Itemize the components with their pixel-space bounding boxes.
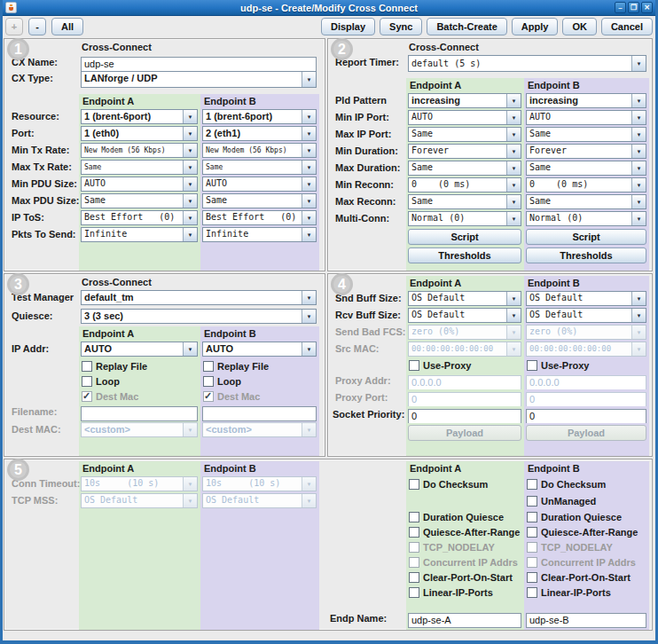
replay-file-a-checkbox[interactable]: Replay File bbox=[79, 358, 200, 373]
report-timer-select[interactable]: default (5 s)▼ bbox=[408, 55, 646, 72]
chevron-down-icon: ▼ bbox=[302, 127, 316, 140]
duration-quiesce-a-checkbox[interactable]: Duration Quiesce bbox=[406, 509, 524, 524]
batch-create-button[interactable]: Batch-Create bbox=[427, 18, 506, 35]
min-reconn-a-select[interactable]: 0 (0 ms)▼ bbox=[408, 177, 521, 192]
use-proxy-b-checkbox[interactable]: Use-Proxy bbox=[524, 357, 649, 373]
checkbox-icon bbox=[409, 557, 419, 568]
dialog-body: 1 Cross-Connect CX Name: CX Type: LANfor… bbox=[4, 38, 654, 636]
unmanaged-b-checkbox[interactable]: UnManaged bbox=[524, 492, 649, 509]
replay-file-b-checkbox[interactable]: Replay File bbox=[200, 358, 319, 373]
rcv-buff-b-select[interactable]: OS Default▼ bbox=[526, 308, 646, 323]
remove-button[interactable]: - bbox=[28, 18, 46, 35]
script-b-button[interactable]: Script bbox=[526, 229, 646, 245]
max-tx-rate-a-value: Same bbox=[82, 161, 183, 174]
pld-pattern-b-select[interactable]: increasing▼ bbox=[526, 93, 646, 108]
chevron-down-icon: ▼ bbox=[183, 211, 197, 224]
maximize-button[interactable]: ❐ bbox=[628, 2, 639, 13]
max-pdu-size-b-select[interactable]: Same▼ bbox=[202, 193, 317, 208]
add-button: + bbox=[5, 18, 23, 35]
dest-mac-a-checkbox: Dest Mac bbox=[79, 389, 200, 404]
max-tx-rate-label: Max Tx Rate: bbox=[8, 159, 79, 176]
all-button[interactable]: All bbox=[51, 18, 83, 35]
pkts-to-send-b-select[interactable]: Infinite▼ bbox=[202, 227, 317, 242]
cancel-button[interactable]: Cancel bbox=[601, 18, 653, 35]
multi-conn-b-select[interactable]: Normal (0)▼ bbox=[526, 211, 646, 226]
chevron-down-icon: ▼ bbox=[506, 292, 521, 305]
ip-tos-b-select[interactable]: Best Effort (0)▼ bbox=[202, 210, 317, 225]
min-pdu-size-b-select[interactable]: AUTO▼ bbox=[202, 177, 317, 192]
max-reconn-a-select[interactable]: Same▼ bbox=[408, 194, 521, 209]
checkbox-icon bbox=[82, 361, 92, 372]
duration-quiesce-b-checkbox[interactable]: Duration Quiesce bbox=[524, 509, 649, 524]
endp-name-a-input[interactable] bbox=[408, 613, 521, 628]
max-duration-b-select[interactable]: Same▼ bbox=[526, 161, 646, 176]
pkts-to-send-a-select[interactable]: Infinite▼ bbox=[81, 227, 198, 242]
max-tx-rate-a-select[interactable]: Same▼ bbox=[81, 160, 198, 175]
min-ip-port-b-value: AUTO bbox=[527, 111, 631, 124]
display-button[interactable]: Display bbox=[321, 18, 375, 35]
quiesce-after-range-b-checkbox[interactable]: Quiesce-After-Range bbox=[524, 524, 649, 539]
multi-conn-a-select[interactable]: Normal (0)▼ bbox=[408, 211, 521, 226]
min-duration-b-select[interactable]: Forever▼ bbox=[526, 144, 646, 159]
filename-a-input[interactable] bbox=[81, 406, 198, 421]
ip-addr-b-select[interactable]: AUTO▼ bbox=[202, 342, 317, 357]
src-mac-b-select: 00:00:00:00:00:00▼ bbox=[526, 342, 646, 357]
quiesce-select[interactable]: 3 (3 sec)▼ bbox=[81, 309, 317, 324]
port-b-select[interactable]: 2 (eth1)▼ bbox=[202, 126, 317, 141]
filename-b-input[interactable] bbox=[202, 406, 317, 421]
sync-button[interactable]: Sync bbox=[380, 18, 422, 35]
chevron-down-icon: ▼ bbox=[506, 111, 521, 124]
linear-ip-ports-a-checkbox[interactable]: Linear-IP-Ports bbox=[406, 585, 524, 600]
chevron-down-icon: ▼ bbox=[183, 477, 197, 491]
do-checksum-b-checkbox[interactable]: Do Checksum bbox=[524, 475, 649, 492]
max-ip-port-a-select[interactable]: Same▼ bbox=[408, 127, 521, 142]
cx-type-select[interactable]: LANforge / UDP▼ bbox=[81, 71, 317, 88]
loop-a-checkbox[interactable]: Loop bbox=[79, 373, 200, 389]
do-checksum-a-checkbox[interactable]: Do Checksum bbox=[406, 475, 524, 492]
thresholds-b-button[interactable]: Thresholds bbox=[526, 247, 646, 263]
max-reconn-b-select[interactable]: Same▼ bbox=[526, 194, 646, 209]
cx-name-input[interactable] bbox=[81, 57, 317, 72]
clear-port-on-start-b-checkbox[interactable]: Clear-Port-On-Start bbox=[524, 569, 649, 585]
chevron-down-icon: ▼ bbox=[183, 127, 197, 140]
min-duration-a-select[interactable]: Forever▼ bbox=[408, 144, 521, 159]
apply-button[interactable]: Apply bbox=[512, 18, 559, 35]
clear-port-on-start-a-checkbox[interactable]: Clear-Port-On-Start bbox=[406, 569, 524, 585]
endp-name-b-input[interactable] bbox=[526, 613, 646, 628]
thresholds-a-button[interactable]: Thresholds bbox=[408, 247, 521, 263]
test-manager-select[interactable]: default_tm▼ bbox=[81, 290, 317, 305]
use-proxy-a-checkbox[interactable]: Use-Proxy bbox=[406, 357, 524, 373]
min-reconn-b-select[interactable]: 0 (0 ms)▼ bbox=[526, 177, 646, 192]
minimize-button[interactable]: – bbox=[615, 2, 626, 13]
pld-pattern-a-select[interactable]: increasing▼ bbox=[408, 93, 521, 108]
snd-buff-b-select[interactable]: OS Default▼ bbox=[526, 291, 646, 306]
ip-tos-a-select[interactable]: Best Effort (0)▼ bbox=[81, 210, 198, 225]
quiesce-after-range-a-checkbox[interactable]: Quiesce-After-Range bbox=[406, 524, 524, 539]
checkbox-icon bbox=[527, 479, 537, 490]
checkbox-icon bbox=[527, 587, 537, 598]
script-a-button[interactable]: Script bbox=[408, 229, 521, 245]
min-ip-port-a-select[interactable]: AUTO▼ bbox=[408, 110, 521, 125]
resource-b-select[interactable]: 1 (brent-6port)▼ bbox=[202, 109, 317, 124]
min-ip-port-b-select[interactable]: AUTO▼ bbox=[526, 110, 646, 125]
loop-b-checkbox[interactable]: Loop bbox=[200, 373, 319, 389]
snd-buff-a-select[interactable]: OS Default▼ bbox=[408, 291, 521, 306]
section-header: Cross-Connect bbox=[79, 276, 319, 289]
ip-addr-a-select[interactable]: AUTO▼ bbox=[81, 342, 198, 357]
max-ip-port-b-select[interactable]: Same▼ bbox=[526, 127, 646, 142]
socket-priority-a-input[interactable] bbox=[408, 409, 521, 424]
socket-priority-b-input[interactable] bbox=[526, 409, 646, 424]
min-tx-rate-b-select[interactable]: New Modem (56 Kbps)▼ bbox=[202, 143, 317, 158]
port-a-select[interactable]: 1 (eth0)▼ bbox=[81, 126, 198, 141]
linear-ip-ports-b-checkbox[interactable]: Linear-IP-Ports bbox=[524, 585, 649, 600]
max-tx-rate-b-select[interactable]: Same▼ bbox=[202, 160, 317, 175]
close-button[interactable]: ✕ bbox=[641, 2, 653, 13]
max-pdu-size-a-select[interactable]: Same▼ bbox=[81, 193, 198, 208]
min-tx-rate-a-select[interactable]: New Modem (56 Kbps)▼ bbox=[81, 143, 198, 158]
max-duration-a-select[interactable]: Same▼ bbox=[408, 161, 521, 176]
ok-button[interactable]: OK bbox=[562, 18, 597, 35]
rcv-buff-a-select[interactable]: OS Default▼ bbox=[408, 308, 521, 323]
chevron-down-icon: ▼ bbox=[506, 212, 521, 225]
resource-a-select[interactable]: 1 (brent-6port)▼ bbox=[81, 109, 198, 124]
min-pdu-size-a-select[interactable]: AUTO▼ bbox=[81, 177, 198, 192]
